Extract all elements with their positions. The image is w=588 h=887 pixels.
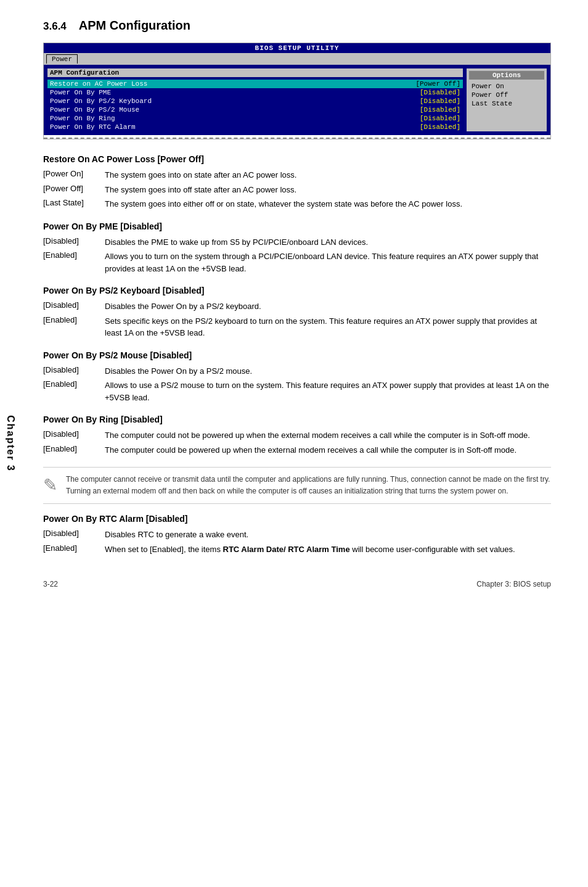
content-section: Power On By Ring [Disabled][Disabled]The… <box>43 415 551 456</box>
option-row: [Enabled]When set to [Enabled], the item… <box>43 543 551 556</box>
option-row: [Power Off]The system goes into off stat… <box>43 184 551 196</box>
content-heading: Power On By PME [Disabled] <box>43 221 551 231</box>
option-label: [Enabled] <box>43 315 105 324</box>
option-desc: The system goes into on state after an A… <box>105 169 551 181</box>
option-desc: Disables the Power On by a PS/2 keyboard… <box>105 300 551 313</box>
bios-main: APM Configuration Restore on AC Power Lo… <box>47 68 463 131</box>
bios-row[interactable]: Power On By Ring[Disabled] <box>47 114 463 123</box>
bios-header: BIOS SETUP UTILITY <box>44 43 550 53</box>
option-row: [Enabled]Allows to use a PS/2 mouse to t… <box>43 379 551 403</box>
page-footer: 3-22 Chapter 3: BIOS setup <box>43 580 551 588</box>
bios-tab-row: Power <box>44 53 550 65</box>
bios-option: Power Off <box>469 91 544 99</box>
option-label: [Enabled] <box>43 444 105 453</box>
content-heading: Power On By RTC Alarm [Disabled] <box>43 514 551 524</box>
content-heading: Power On By PS/2 Keyboard [Disabled] <box>43 286 551 295</box>
note-icon: ✎ <box>43 475 57 495</box>
bios-box: BIOS SETUP UTILITY Power APM Configurati… <box>43 43 551 139</box>
content-heading: Power On By PS/2 Mouse [Disabled] <box>43 350 551 360</box>
option-label: [Power Off] <box>43 184 105 193</box>
content-heading: Restore On AC Power Loss [Power Off] <box>43 154 551 164</box>
bios-option: Power On <box>469 82 544 91</box>
option-label: [Disabled] <box>43 300 105 310</box>
option-desc: The system goes into either off or on st… <box>105 198 551 210</box>
bios-option: Last State <box>469 99 544 108</box>
bios-row[interactable]: Power On By PS/2 Keyboard[Disabled] <box>47 97 463 105</box>
footer-left: 3-22 <box>43 580 58 588</box>
option-label: [Enabled] <box>43 379 105 389</box>
bios-row[interactable]: Power On By PS/2 Mouse[Disabled] <box>47 105 463 114</box>
option-label: [Disabled] <box>43 529 105 538</box>
section-number: 3.6.4 <box>43 20 67 33</box>
bios-row[interactable]: Restore on AC Power Loss[Power Off] <box>47 80 463 88</box>
option-row: [Enabled]The computer could be powered u… <box>43 444 551 456</box>
note-box: ✎ The computer cannot receive or transmi… <box>43 467 551 504</box>
option-desc: Sets specific keys on the PS/2 keyboard … <box>105 315 551 339</box>
bios-options-container: Power OnPower OffLast State <box>469 82 544 108</box>
bios-tab-power[interactable]: Power <box>46 54 78 64</box>
option-row: [Disabled]The computer could not be powe… <box>43 429 551 442</box>
content-sections2: Power On By RTC Alarm [Disabled][Disable… <box>43 514 551 555</box>
option-row: [Disabled]Disables the Power On by a PS/… <box>43 300 551 313</box>
option-desc: The system goes into off state after an … <box>105 184 551 196</box>
option-row: [Disabled]Disables the Power On by a PS/… <box>43 365 551 377</box>
footer-right: Chapter 3: BIOS setup <box>476 580 551 588</box>
option-label: [Disabled] <box>43 365 105 374</box>
option-row: [Disabled]Disables the PME to wake up fr… <box>43 236 551 249</box>
chapter-label: Chapter 3 <box>5 415 16 472</box>
bios-body: APM Configuration Restore on AC Power Lo… <box>44 65 550 135</box>
option-desc: Allows you to turn on the system through… <box>105 250 551 274</box>
option-desc: The computer could not be powered up whe… <box>105 429 551 442</box>
content-heading: Power On By Ring [Disabled] <box>43 415 551 424</box>
content-section: Power On By RTC Alarm [Disabled][Disable… <box>43 514 551 555</box>
bios-row[interactable]: Power On By RTC Alarm[Disabled] <box>47 123 463 131</box>
content-sections: Restore On AC Power Loss [Power Off][Pow… <box>43 154 551 456</box>
option-label: [Last State] <box>43 198 105 207</box>
option-desc: When set to [Enabled], the items RTC Ala… <box>105 543 551 556</box>
bios-section-title: APM Configuration <box>47 68 463 77</box>
option-desc: Disables the PME to wake up from S5 by P… <box>105 236 551 249</box>
content-section: Restore On AC Power Loss [Power Off][Pow… <box>43 154 551 210</box>
option-label: [Disabled] <box>43 429 105 439</box>
option-label: [Power On] <box>43 169 105 178</box>
option-row: [Last State]The system goes into either … <box>43 198 551 210</box>
content-section: Power On By PME [Disabled][Disabled]Disa… <box>43 221 551 275</box>
bios-sidebar: Options Power OnPower OffLast State <box>467 68 547 131</box>
bios-options-title: Options <box>469 71 544 80</box>
section-title: APM Configuration <box>79 19 190 33</box>
option-row: [Disabled]Disables RTC to generate a wak… <box>43 529 551 541</box>
option-desc: The computer could be powered up when th… <box>105 444 551 456</box>
option-desc: Disables RTC to generate a wake event. <box>105 529 551 541</box>
content-section: Power On By PS/2 Keyboard [Disabled][Dis… <box>43 286 551 339</box>
option-row: [Enabled]Sets specific keys on the PS/2 … <box>43 315 551 339</box>
option-desc: Allows to use a PS/2 mouse to turn on th… <box>105 379 551 403</box>
bios-dashes <box>44 138 550 139</box>
option-row: [Enabled]Allows you to turn on the syste… <box>43 250 551 274</box>
option-row: [Power On]The system goes into on state … <box>43 169 551 181</box>
section-header: 3.6.4 APM Configuration <box>43 19 551 33</box>
option-label: [Enabled] <box>43 543 105 553</box>
option-label: [Disabled] <box>43 236 105 245</box>
option-desc: Disables the Power On by a PS/2 mouse. <box>105 365 551 377</box>
note-text: The computer cannot receive or transmit … <box>66 474 551 497</box>
option-label: [Enabled] <box>43 250 105 260</box>
bios-rows-container: Restore on AC Power Loss[Power Off]Power… <box>47 80 463 131</box>
bios-row[interactable]: Power On By PME[Disabled] <box>47 88 463 97</box>
content-section: Power On By PS/2 Mouse [Disabled][Disabl… <box>43 350 551 404</box>
